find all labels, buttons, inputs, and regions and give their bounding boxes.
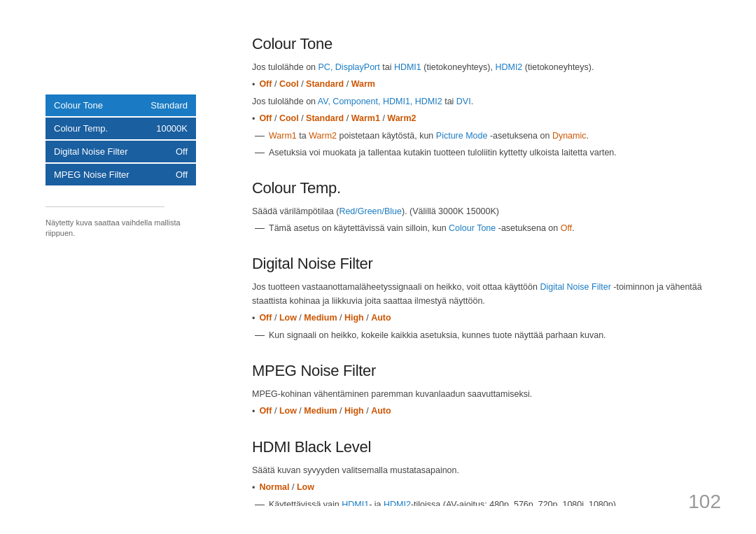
section-title-mpeg-noise-filter: MPEG Noise Filter <box>252 362 714 380</box>
bullet-dot: • <box>252 311 255 325</box>
menu-item-value: Off <box>176 169 188 180</box>
note-1-1: —Tämä asetus on käytettävissä vain sillo… <box>252 221 714 235</box>
menu-item-value: 10000K <box>156 123 188 134</box>
note-dash: — <box>255 129 265 143</box>
sidebar-menu-item-1[interactable]: Colour Temp. 10000K <box>46 118 196 139</box>
menu-item-label: MPEG Noise Filter <box>54 169 130 180</box>
sidebar-menu-item-0[interactable]: Colour Tone Standard <box>46 94 196 116</box>
menu-item-value: Off <box>176 146 188 157</box>
section-hdmi-black-level: HDMI Black LevelSäätä kuvan syvyyden val… <box>252 438 714 506</box>
bullet-text: Off / Low / Medium / High / Auto <box>259 311 391 325</box>
section-text-1-0: Säädä värilämpötilaa (Red/Green/Blue). (… <box>252 204 714 218</box>
section-text-3-0: MPEG-kohinan vähentäminen paremman kuvan… <box>252 387 714 401</box>
section-digital-noise-filter: Digital Noise FilterJos tuotteen vastaan… <box>252 255 714 342</box>
bullet-text: Off / Cool / Standard / Warm <box>259 77 375 91</box>
bullet-text: Normal / Low <box>259 480 314 494</box>
note-text: Kun signaali on heikko, kokeile kaikkia … <box>269 328 606 342</box>
page-container: Colour Tone Standard Colour Temp. 10000K… <box>0 0 756 534</box>
note-text: Warm1 ta Warm2 poistetaan käytöstä, kun … <box>269 129 589 143</box>
bullet-3-1: •Off / Low / Medium / High / Auto <box>252 404 714 419</box>
section-text-0-0: Jos tulolähde on PC, DisplayPort tai HDM… <box>252 60 714 74</box>
section-text-4-0: Säätä kuvan syvyyden valitsemalla mustat… <box>252 463 714 477</box>
bullet-dot: • <box>252 481 255 495</box>
menu-container: Colour Tone Standard Colour Temp. 10000K… <box>46 94 196 185</box>
section-title-colour-tone: Colour Tone <box>252 35 714 53</box>
note-dash: — <box>255 498 265 506</box>
note-text: Asetuksia voi muokata ja tallentaa kutak… <box>269 146 617 160</box>
note-dash: — <box>255 328 265 342</box>
section-body-mpeg-noise-filter: MPEG-kohinan vähentäminen paremman kuvan… <box>252 387 714 419</box>
page-number: 102 <box>688 491 721 513</box>
sidebar-menu-item-2[interactable]: Digital Noise Filter Off <box>46 141 196 162</box>
menu-item-label: Colour Tone <box>54 100 103 111</box>
bullet-0-3: •Off / Cool / Standard / Warm1 / Warm2 <box>252 111 714 126</box>
section-colour-temp: Colour Temp.Säädä värilämpötilaa (Red/Gr… <box>252 179 714 235</box>
sidebar-divider <box>46 206 164 207</box>
bullet-4-1: •Normal / Low <box>252 480 714 495</box>
section-body-colour-temp: Säädä värilämpötilaa (Red/Green/Blue). (… <box>252 204 714 235</box>
bullet-dot: • <box>252 405 255 419</box>
section-title-hdmi-black-level: HDMI Black Level <box>252 438 714 456</box>
section-text-2-0: Jos tuotteen vastaanottamaläheetyssignaa… <box>252 280 714 308</box>
section-body-hdmi-black-level: Säätä kuvan syvyyden valitsemalla mustat… <box>252 463 714 506</box>
sidebar-note: Näytetty kuva saattaa vaihdella mallista… <box>46 218 196 239</box>
note-dash: — <box>255 221 265 235</box>
section-mpeg-noise-filter: MPEG Noise FilterMPEG-kohinan vähentämin… <box>252 362 714 419</box>
section-title-digital-noise-filter: Digital Noise Filter <box>252 255 714 273</box>
note-dash: — <box>255 146 265 160</box>
section-body-colour-tone: Jos tulolähde on PC, DisplayPort tai HDM… <box>252 60 714 160</box>
note-0-4: —Warm1 ta Warm2 poistetaan käytöstä, kun… <box>252 129 714 143</box>
note-text: Tämä asetus on käytettävissä vain silloi… <box>269 221 575 235</box>
note-0-5: —Asetuksia voi muokata ja tallentaa kuta… <box>252 146 714 160</box>
menu-item-label: Digital Noise Filter <box>54 146 127 157</box>
bullet-dot: • <box>252 112 255 126</box>
bullet-2-1: •Off / Low / Medium / High / Auto <box>252 311 714 325</box>
note-text: Käytettävissä vain HDMI1- ja HDMI2-tiloi… <box>269 498 618 506</box>
section-text-0-2: Jos tulolähde on AV, Component, HDMI1, H… <box>252 94 714 108</box>
bullet-text: Off / Low / Medium / High / Auto <box>259 404 391 418</box>
bullet-0-1: •Off / Cool / Standard / Warm <box>252 77 714 92</box>
content-area: Colour ToneJos tulolähde on PC, DisplayP… <box>196 28 756 506</box>
sections-container: Colour ToneJos tulolähde on PC, DisplayP… <box>252 35 714 506</box>
bullet-dot: • <box>252 78 255 92</box>
section-title-colour-temp: Colour Temp. <box>252 179 714 197</box>
sidebar: Colour Tone Standard Colour Temp. 10000K… <box>0 28 196 506</box>
note-4-2: —Käytettävissä vain HDMI1- ja HDMI2-tilo… <box>252 498 714 506</box>
menu-item-label: Colour Temp. <box>54 123 108 134</box>
section-colour-tone: Colour ToneJos tulolähde on PC, DisplayP… <box>252 35 714 160</box>
bullet-text: Off / Cool / Standard / Warm1 / Warm2 <box>259 111 416 125</box>
section-body-digital-noise-filter: Jos tuotteen vastaanottamaläheetyssignaa… <box>252 280 714 342</box>
menu-item-value: Standard <box>150 100 188 111</box>
sidebar-menu-item-3[interactable]: MPEG Noise Filter Off <box>46 164 196 185</box>
note-2-2: —Kun signaali on heikko, kokeile kaikkia… <box>252 328 714 342</box>
